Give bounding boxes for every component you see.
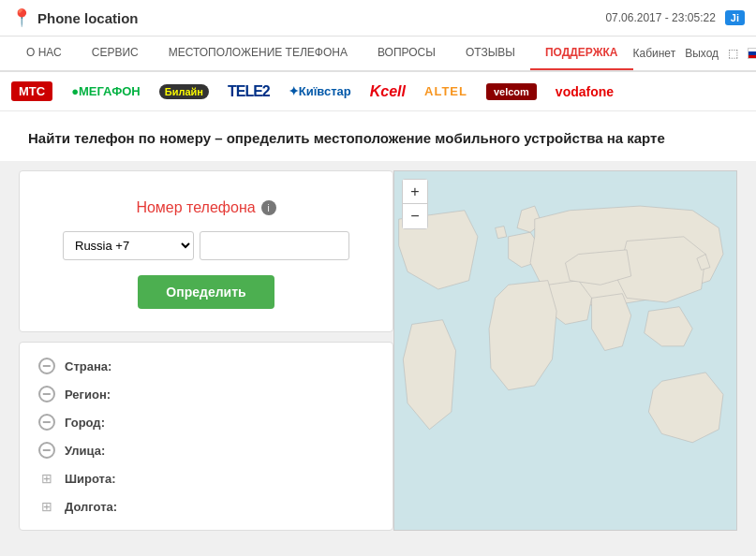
lat-label: Широта:: [65, 472, 121, 486]
header: 📍 Phone location 07.06.2017 - 23:05:22 J…: [0, 0, 756, 37]
globe-icon-country: [38, 358, 55, 374]
nav-item-support[interactable]: ПОДДЕРЖКА: [530, 37, 633, 70]
left-panel: Номер телефона i Russia +7 Ukraine +380 …: [19, 161, 393, 540]
info-row-street: Улица:: [38, 442, 374, 459]
region-label: Регион:: [65, 388, 121, 402]
nav-item-reviews[interactable]: ОТЗЫВЫ: [451, 37, 530, 70]
grid-icon-lat: ⊞: [38, 470, 55, 487]
logout-icon: ⬚: [728, 47, 738, 60]
operator-velcom[interactable]: velcom: [486, 83, 537, 100]
datetime: 07.06.2017 - 23:05:22: [605, 11, 715, 24]
logout-link[interactable]: Выход: [685, 47, 719, 60]
nav-item-faq[interactable]: ВОПРОСЫ: [363, 37, 451, 70]
info-row-lon: ⊞ Долгота:: [38, 498, 374, 515]
phone-inputs: Russia +7 Ukraine +380 Belarus +375 Kaza…: [42, 231, 370, 260]
logo-area: 📍 Phone location: [11, 7, 139, 28]
operator-beeline[interactable]: Билайн: [159, 84, 209, 99]
nav-item-service[interactable]: СЕРВИС: [77, 37, 154, 70]
info-card: Страна: Регион: Город: Улица: ⊞ Широта:: [19, 342, 393, 531]
nav-item-about[interactable]: О НАС: [11, 37, 77, 70]
operators-bar: МТС ●МЕГАФОН Билайн TELE2 ✦Київстар Kcel…: [0, 72, 756, 111]
map-container: + −: [393, 170, 737, 531]
cabinet-link[interactable]: Кабинет: [633, 47, 676, 60]
globe-icon-street: [38, 442, 55, 459]
street-label: Улица:: [65, 444, 121, 458]
info-row-region: Регион:: [38, 386, 374, 402]
search-card: Номер телефона i Russia +7 Ukraine +380 …: [19, 170, 393, 332]
info-row-city: Город:: [38, 414, 374, 431]
info-row-lat: ⊞ Широта:: [38, 470, 374, 487]
lon-label: Долгота:: [65, 500, 121, 514]
site-title: Phone location: [37, 10, 139, 26]
map-zoom-out[interactable]: −: [403, 204, 427, 228]
phone-label-text: Номер телефона: [136, 199, 255, 216]
main-nav: О НАС СЕРВИС МЕСТОПОЛОЖЕНИЕ ТЕЛЕФОНА ВОП…: [0, 37, 756, 72]
operator-kcell[interactable]: Kcell: [370, 83, 406, 100]
info-icon[interactable]: i: [261, 200, 276, 215]
operator-tele2[interactable]: TELE2: [228, 83, 270, 100]
operator-altel[interactable]: ALTEL: [424, 84, 467, 98]
content-area: Номер телефона i Russia +7 Ukraine +380 …: [0, 161, 756, 556]
map-controls: + −: [402, 179, 428, 229]
russia-flag: [748, 48, 756, 59]
nav-right: Кабинет Выход ⬚: [633, 47, 757, 60]
country-label: Страна:: [65, 359, 121, 373]
operator-megafon[interactable]: ●МЕГАФОН: [71, 84, 141, 98]
phone-label-area: Номер телефона i: [136, 199, 275, 216]
main-heading: Найти телефон по номеру – определить мес…: [0, 111, 756, 161]
search-button[interactable]: Определить: [138, 275, 274, 309]
city-label: Город:: [65, 416, 121, 430]
operator-vodafone[interactable]: vodafone: [556, 84, 614, 99]
operator-kyivstar[interactable]: ✦Київстар: [289, 84, 351, 98]
country-select[interactable]: Russia +7 Ukraine +380 Belarus +375 Kaza…: [63, 231, 194, 260]
header-right: 07.06.2017 - 23:05:22 Ji: [605, 10, 745, 25]
info-row-country: Страна:: [38, 358, 374, 374]
nav-item-location[interactable]: МЕСТОПОЛОЖЕНИЕ ТЕЛЕФОНА: [154, 37, 363, 70]
globe-icon-region: [38, 386, 55, 402]
map-zoom-in[interactable]: +: [403, 180, 427, 204]
globe-icon-city: [38, 414, 55, 431]
heading-text: Найти телефон по номеру – определить мес…: [28, 130, 665, 146]
phone-number-input[interactable]: [200, 231, 349, 260]
jivo-badge[interactable]: Ji: [725, 10, 745, 25]
map-svg: [394, 171, 736, 530]
operator-mts[interactable]: МТС: [11, 81, 52, 101]
grid-icon-lon: ⊞: [38, 498, 55, 515]
nav-links: О НАС СЕРВИС МЕСТОПОЛОЖЕНИЕ ТЕЛЕФОНА ВОП…: [11, 37, 633, 70]
pin-icon: 📍: [11, 7, 32, 28]
